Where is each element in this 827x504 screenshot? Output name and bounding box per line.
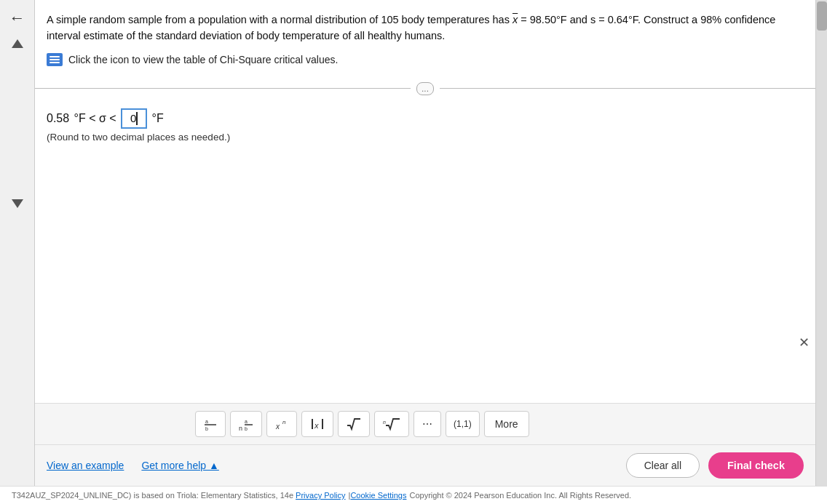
more-button[interactable]: More — [484, 411, 529, 437]
answer-expression: 0.58 °F < σ < 0 °F — [47, 108, 798, 129]
clear-all-button[interactable]: Clear all — [626, 453, 700, 478]
view-example-link[interactable]: View an example — [47, 460, 124, 471]
unit-right: °F — [149, 112, 164, 125]
svg-text:n: n — [282, 419, 286, 425]
question-section: A simple random sample from a population… — [35, 0, 815, 78]
nth-root-icon: n — [382, 417, 401, 431]
back-icon: ← — [9, 9, 25, 27]
footer-copyright: Copyright © 2024 Pearson Education Inc. … — [409, 491, 631, 500]
mixed-number-icon: n a b — [238, 417, 254, 431]
round-note: (Round to two decimal places as needed.) — [47, 132, 798, 143]
unit-left: °F < σ < — [71, 112, 119, 125]
scroll-down-button[interactable] — [12, 199, 23, 208]
mixed-number-btn[interactable]: n a b — [230, 411, 262, 437]
cookie-settings-link[interactable]: Cookie Settings — [350, 491, 406, 500]
scroll-up-button[interactable] — [12, 39, 23, 48]
question-text: A simple random sample from a population… — [47, 12, 798, 44]
divider-dots[interactable]: ... — [416, 82, 434, 95]
footer-links: T342AUZ_SP2024_UNLINE_DC) is based on Tr… — [12, 491, 815, 500]
fraction-icon: a b — [203, 417, 218, 431]
back-button[interactable]: ← — [9, 9, 25, 28]
get-more-help-link[interactable]: Get more help ▲ — [141, 460, 218, 471]
bottom-right: Clear all Final check — [626, 452, 804, 479]
divider-left — [35, 88, 411, 89]
content-area: A simple random sample from a population… — [35, 0, 815, 486]
footer-course-text: T342AUZ_SP2024_UNLINE_DC) is based on Tr… — [12, 491, 293, 500]
left-value: 0.58 — [47, 112, 69, 125]
bottom-bar: View an example Get more help ▲ Clear al… — [35, 444, 815, 486]
answer-section: 0.58 °F < σ < 0 °F (Round to two decimal… — [35, 103, 815, 143]
icon-link-row: Click the icon to view the table of Chi-… — [47, 53, 798, 66]
answer-input[interactable]: 0 — [121, 108, 147, 129]
divider-right — [440, 88, 815, 89]
privacy-policy-link[interactable]: Privacy Policy — [296, 491, 345, 500]
nth-root-btn[interactable]: n — [374, 411, 409, 437]
input-value: 0 — [130, 112, 136, 124]
final-check-button[interactable]: Final check — [708, 452, 804, 479]
svg-text:b: b — [245, 426, 248, 431]
absolute-value-icon: x — [309, 417, 325, 431]
dots-btn[interactable]: ⋯ — [414, 411, 441, 437]
close-button[interactable]: ✕ — [799, 335, 810, 351]
svg-text:b: b — [205, 426, 208, 431]
footer-bar: T342AUZ_SP2024_UNLINE_DC) is based on Tr… — [0, 486, 827, 504]
superscript-btn[interactable]: x n — [266, 411, 297, 437]
bottom-left: View an example Get more help ▲ — [47, 460, 219, 471]
dots-symbol: ⋯ — [422, 418, 433, 430]
svg-text:a: a — [245, 419, 248, 424]
interval-btn[interactable]: (1,1) — [446, 411, 480, 437]
superscript-icon: x n — [274, 417, 289, 431]
divider-row: ... — [35, 78, 815, 103]
icon-link-text[interactable]: Click the icon to view the table of Chi-… — [68, 54, 338, 65]
left-sidebar: ← — [0, 0, 35, 486]
svg-text:a: a — [205, 419, 208, 424]
svg-text:n: n — [383, 420, 386, 425]
svg-text:x: x — [314, 421, 319, 430]
fraction-btn[interactable]: a b — [195, 411, 226, 437]
toolbar-section: a b n a b x n — [35, 403, 815, 444]
svg-text:x: x — [275, 423, 280, 431]
sqrt-icon — [346, 417, 362, 431]
sqrt-btn[interactable] — [338, 411, 370, 437]
absolute-value-btn[interactable]: x — [301, 411, 333, 437]
svg-text:n: n — [239, 425, 242, 431]
cursor — [136, 112, 138, 125]
scrollbar-thumb[interactable] — [817, 1, 827, 31]
chi-square-table-icon[interactable] — [47, 53, 63, 66]
scrollbar-track — [815, 0, 827, 486]
interval-symbol: (1,1) — [454, 419, 472, 429]
